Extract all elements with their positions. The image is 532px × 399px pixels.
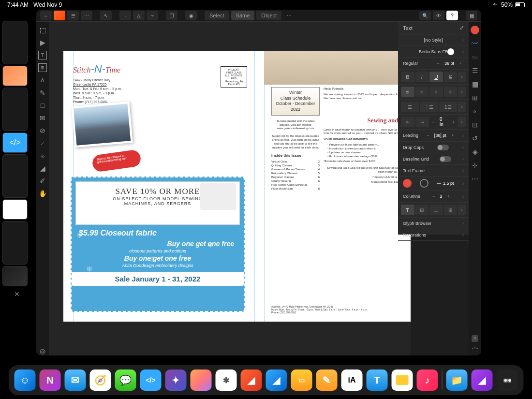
- dock-music[interactable]: ♪: [417, 369, 438, 391]
- align-justify-button[interactable]: ≡: [444, 87, 458, 97]
- dock-messages[interactable]: 💬: [115, 369, 136, 391]
- same-menu[interactable]: Same: [231, 11, 255, 20]
- baseline-toggle[interactable]: [440, 156, 451, 162]
- font-family-selector[interactable]: Berlin Sans FB ›: [398, 46, 469, 58]
- dock-notes[interactable]: N: [40, 369, 61, 391]
- strikethrough-button[interactable]: S: [444, 72, 458, 82]
- color-red-tool[interactable]: [471, 26, 479, 34]
- dock-finder[interactable]: ☺: [15, 369, 36, 391]
- expand-icon[interactable]: ⤢: [459, 25, 464, 31]
- dock-affinity-photo[interactable]: ◢: [472, 369, 493, 391]
- switcher-app-8[interactable]: [2, 266, 28, 286]
- export-icon[interactable]: ⋯: [471, 175, 479, 183]
- dock-files[interactable]: 📁: [446, 369, 468, 391]
- dock-mail[interactable]: ✉: [65, 369, 86, 391]
- frame-text-tool[interactable]: ⊞: [38, 63, 47, 72]
- crop-tool[interactable]: ⟐: [38, 151, 47, 160]
- back-button[interactable]: ←: [40, 11, 52, 20]
- italic-button[interactable]: I: [415, 72, 429, 82]
- align-left-button[interactable]: ≡: [401, 87, 414, 97]
- dock-designer[interactable]: ◢: [266, 369, 287, 391]
- snapping-icon[interactable]: ⊹: [471, 161, 479, 170]
- switcher-app-1[interactable]: [2, 21, 28, 64]
- dock-code[interactable]: </>: [140, 369, 162, 391]
- dock-reminders[interactable]: [392, 369, 413, 391]
- history-icon[interactable]: ↺: [471, 134, 479, 143]
- indent-more-button[interactable]: ›: [458, 117, 466, 127]
- hand-tool[interactable]: ✋: [38, 189, 47, 198]
- switcher-app-4[interactable]: </>: [2, 133, 28, 153]
- art-text-tool[interactable]: A: [38, 76, 47, 85]
- help-icon[interactable]: ?: [472, 335, 478, 342]
- dropcaps-row[interactable]: Drop Caps ›: [398, 142, 469, 153]
- dock-safari[interactable]: 🧭: [90, 369, 111, 391]
- dock-publisher[interactable]: ◢: [241, 369, 262, 391]
- valign-justify-button[interactable]: ⊞: [444, 205, 458, 215]
- dock-keynote[interactable]: ▭: [291, 369, 312, 391]
- text-tool[interactable]: T: [38, 51, 47, 59]
- font-weight-selector[interactable]: Regular: [403, 61, 418, 66]
- no-list-button[interactable]: ☰: [401, 102, 419, 112]
- swatch-tool[interactable]: ◎: [38, 347, 47, 355]
- eyedropper-tool[interactable]: ✐: [38, 177, 47, 185]
- valign-bottom-button[interactable]: ⊥: [429, 205, 443, 215]
- object-menu[interactable]: Object: [256, 11, 281, 20]
- text-style-selector[interactable]: [No Style]›: [398, 34, 469, 46]
- stroke-color-swatch[interactable]: [420, 179, 429, 188]
- indent-button[interactable]: ⇥: [415, 117, 429, 127]
- leading-stepper[interactable]: −[36] pt+: [425, 132, 456, 139]
- more-button[interactable]: ⋯: [81, 11, 92, 20]
- panels-button[interactable]: ▦: [466, 11, 477, 20]
- flip-tool[interactable]: △: [133, 11, 145, 20]
- align-right-button[interactable]: ≡: [429, 87, 443, 97]
- indent-stepper[interactable]: −0 in+: [430, 117, 457, 127]
- columns-stepper[interactable]: −2+: [430, 193, 452, 200]
- canvas[interactable]: Stitch-N-Time 14472 Molly Pitcher Hwy Gr…: [49, 22, 411, 355]
- font-size-stepper[interactable]: − 36 pt +: [435, 60, 464, 67]
- preview-button[interactable]: 👁: [433, 11, 444, 20]
- ellipse-tool[interactable]: ⊘: [38, 126, 47, 135]
- fill-tool[interactable]: ◢: [38, 164, 47, 173]
- move-tool[interactable]: ⬚: [38, 26, 47, 34]
- dock-app7[interactable]: ✦: [165, 369, 187, 391]
- valign-top-button[interactable]: ⊤: [401, 205, 414, 215]
- dock-textedit[interactable]: T: [367, 369, 388, 391]
- decorations-row[interactable]: Decorations›: [398, 229, 469, 241]
- switcher-app-3[interactable]: [2, 88, 28, 131]
- search-button[interactable]: 🔍: [419, 11, 431, 20]
- dock-photos[interactable]: [191, 369, 212, 391]
- image-tool[interactable]: ✉: [38, 114, 47, 122]
- select-menu[interactable]: Select: [205, 11, 229, 20]
- switcher-app-6[interactable]: [2, 199, 28, 220]
- align-tool-2[interactable]: ⫟: [147, 11, 158, 20]
- dock-slack[interactable]: ✱: [216, 369, 237, 391]
- fill-color-swatch[interactable]: [403, 179, 412, 188]
- brush-tool[interactable]: ✎: [38, 89, 47, 97]
- dock-ia[interactable]: iA: [341, 369, 363, 391]
- effects-icon[interactable]: fx: [471, 107, 479, 116]
- group-tool[interactable]: ❐: [166, 11, 177, 20]
- dropcaps-toggle[interactable]: [437, 145, 449, 150]
- glyph-browser-row[interactable]: Glyph Browser›: [398, 218, 469, 229]
- align-more-button[interactable]: ›: [458, 87, 466, 97]
- menu-button[interactable]: ☰: [67, 11, 79, 20]
- switcher-close[interactable]: ✕: [2, 290, 31, 298]
- bullet-list-button[interactable]: ⋮☰: [420, 102, 438, 112]
- app-logo[interactable]: [54, 11, 65, 20]
- node-tool[interactable]: ▶: [38, 38, 47, 47]
- layers-icon[interactable]: ☰: [471, 66, 479, 75]
- stroke-style-icon[interactable]: —: [437, 181, 441, 186]
- outdent-button[interactable]: ⇤: [401, 117, 414, 127]
- stroke-studio-icon[interactable]: 〰: [471, 39, 479, 48]
- switcher-app-5[interactable]: [2, 154, 28, 198]
- align-tool-1[interactable]: ⫞: [119, 11, 131, 20]
- baseline-row[interactable]: Baseline Grid ›: [398, 153, 469, 165]
- quick-curve-icon[interactable]: ⌒: [471, 347, 479, 355]
- navigator-icon[interactable]: ◈: [471, 148, 479, 156]
- style-more-button[interactable]: ›: [458, 72, 466, 82]
- number-list-button[interactable]: 1☰: [439, 102, 457, 112]
- switcher-app-7[interactable]: [2, 221, 28, 265]
- assets-icon[interactable]: ⊞: [471, 93, 479, 102]
- underline-button[interactable]: U: [429, 72, 443, 82]
- transform-icon[interactable]: ⊡: [471, 120, 479, 129]
